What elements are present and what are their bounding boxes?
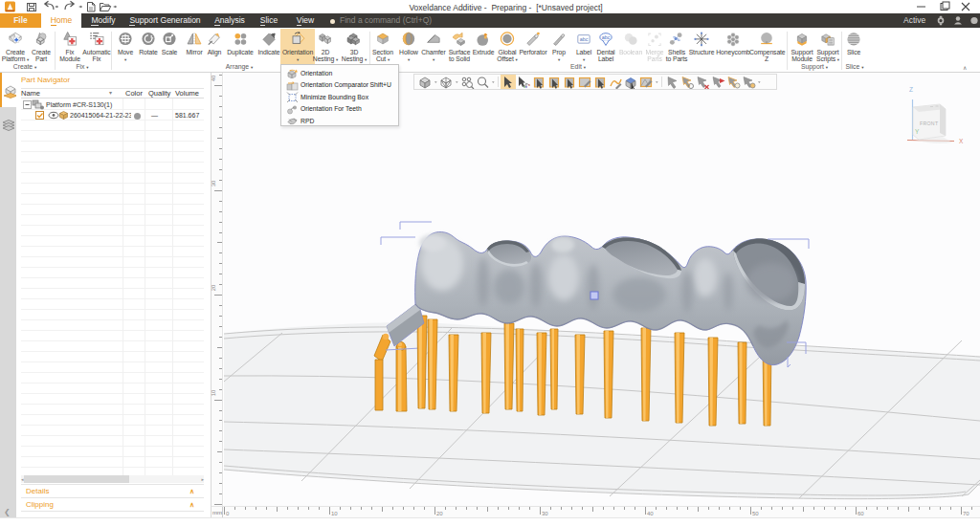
svg-text:abc: abc <box>602 34 611 40</box>
svg-text:abc: abc <box>580 36 589 42</box>
svg-text:X: X <box>959 138 964 144</box>
svg-text:FRONT: FRONT <box>920 121 939 126</box>
svg-text:Y: Y <box>915 128 920 135</box>
svg-text:Z: Z <box>909 86 913 93</box>
